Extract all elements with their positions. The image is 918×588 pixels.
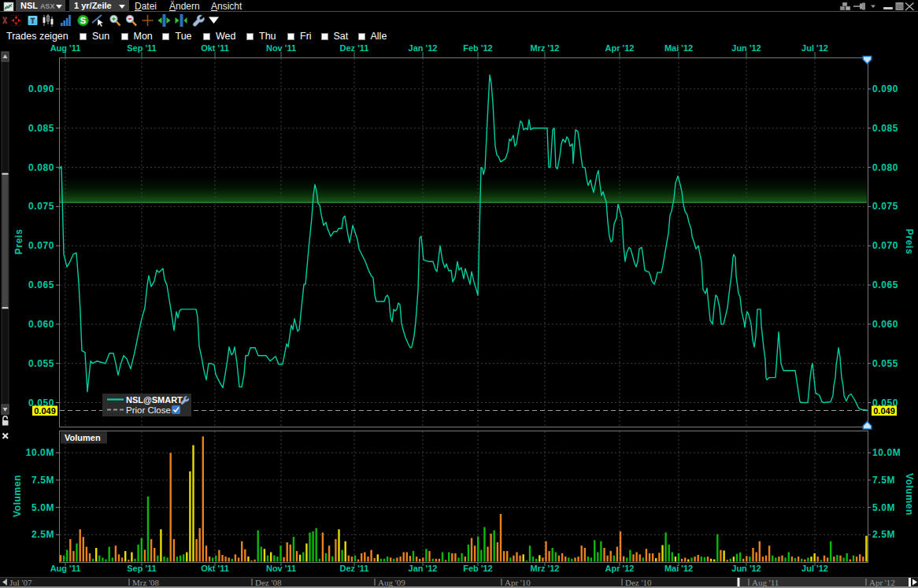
svg-text:0.085: 0.085 xyxy=(28,123,54,134)
svg-text:0.075: 0.075 xyxy=(28,201,54,212)
svg-text:Dez '08: Dez '08 xyxy=(255,578,282,587)
svg-text:Apr '12: Apr '12 xyxy=(869,578,895,587)
svg-text:Mrz '12: Mrz '12 xyxy=(531,43,560,53)
svg-text:0.060: 0.060 xyxy=(872,319,898,330)
svg-text:Aug '11: Aug '11 xyxy=(50,43,81,53)
svg-text:0.075: 0.075 xyxy=(872,201,898,212)
svg-text:10.0M: 10.0M xyxy=(872,447,901,458)
svg-text:5.0M: 5.0M xyxy=(872,502,895,513)
svg-text:0.060: 0.060 xyxy=(28,319,54,330)
svg-text:Apr '12: Apr '12 xyxy=(605,43,635,53)
svg-text:Jun '12: Jun '12 xyxy=(731,564,761,573)
svg-text:Volumen: Volumen xyxy=(12,475,23,517)
svg-text:Dez '10: Dez '10 xyxy=(625,578,652,587)
svg-text:0.090: 0.090 xyxy=(872,83,898,94)
svg-text:7.5M: 7.5M xyxy=(872,475,895,486)
svg-text:Jul '12: Jul '12 xyxy=(801,43,828,53)
svg-text:Nov '11: Nov '11 xyxy=(266,564,296,573)
svg-text:2.5M: 2.5M xyxy=(872,529,895,540)
svg-text:Mai '12: Mai '12 xyxy=(664,43,693,53)
svg-text:0.065: 0.065 xyxy=(872,279,898,290)
svg-text:0.070: 0.070 xyxy=(872,240,898,251)
svg-text:Prior Close: Prior Close xyxy=(126,405,171,415)
svg-text:10.0M: 10.0M xyxy=(26,447,54,458)
svg-text:Dez '11: Dez '11 xyxy=(340,564,369,573)
svg-text:0.049: 0.049 xyxy=(34,406,56,416)
svg-text:Okt '11: Okt '11 xyxy=(201,43,229,53)
svg-text:Jul '12: Jul '12 xyxy=(801,564,828,573)
svg-text:Volumen: Volumen xyxy=(65,433,101,442)
svg-text:Mrz '08: Mrz '08 xyxy=(132,578,160,587)
svg-text:0.085: 0.085 xyxy=(872,123,898,134)
svg-text:Aug '11: Aug '11 xyxy=(50,564,81,573)
svg-text:5.0M: 5.0M xyxy=(31,502,54,513)
svg-text:Jan '12: Jan '12 xyxy=(409,43,438,53)
svg-text:Mrz '12: Mrz '12 xyxy=(531,564,560,573)
svg-text:0.080: 0.080 xyxy=(872,162,898,173)
svg-text:Jun '12: Jun '12 xyxy=(731,43,761,53)
svg-text:NSL@SMART: NSL@SMART xyxy=(126,395,183,405)
svg-text:Okt '11: Okt '11 xyxy=(201,564,229,573)
svg-text:0.065: 0.065 xyxy=(28,279,54,290)
svg-text:7.5M: 7.5M xyxy=(31,475,54,486)
svg-text:Feb '12: Feb '12 xyxy=(463,43,492,53)
svg-text:Nov '11: Nov '11 xyxy=(266,43,296,53)
svg-text:Volumen: Volumen xyxy=(904,473,915,516)
svg-text:Aug '09: Aug '09 xyxy=(378,578,405,587)
svg-text:2.5M: 2.5M xyxy=(31,529,54,540)
svg-text:Preis: Preis xyxy=(904,229,915,254)
svg-text:Sep '11: Sep '11 xyxy=(127,43,156,53)
svg-text:0.070: 0.070 xyxy=(28,240,54,251)
svg-text:Jan '12: Jan '12 xyxy=(409,564,438,573)
svg-text:Aug '11: Aug '11 xyxy=(752,578,779,587)
svg-text:Dez '11: Dez '11 xyxy=(340,43,369,53)
svg-text:0.049: 0.049 xyxy=(873,406,895,416)
svg-text:Feb '12: Feb '12 xyxy=(463,564,492,573)
svg-text:0.090: 0.090 xyxy=(28,83,54,94)
svg-text:S: S xyxy=(80,16,86,25)
svg-text:0.055: 0.055 xyxy=(28,358,54,369)
svg-text:0.080: 0.080 xyxy=(28,162,54,173)
svg-text:Jul '07: Jul '07 xyxy=(9,578,32,587)
svg-text:Mai '12: Mai '12 xyxy=(664,564,693,573)
svg-text:0.055: 0.055 xyxy=(872,358,898,369)
svg-text:Apr '12: Apr '12 xyxy=(605,564,635,573)
svg-text:Apr '10: Apr '10 xyxy=(505,578,531,587)
svg-text:Preis: Preis xyxy=(13,229,24,254)
svg-text:Sep '11: Sep '11 xyxy=(127,564,156,573)
